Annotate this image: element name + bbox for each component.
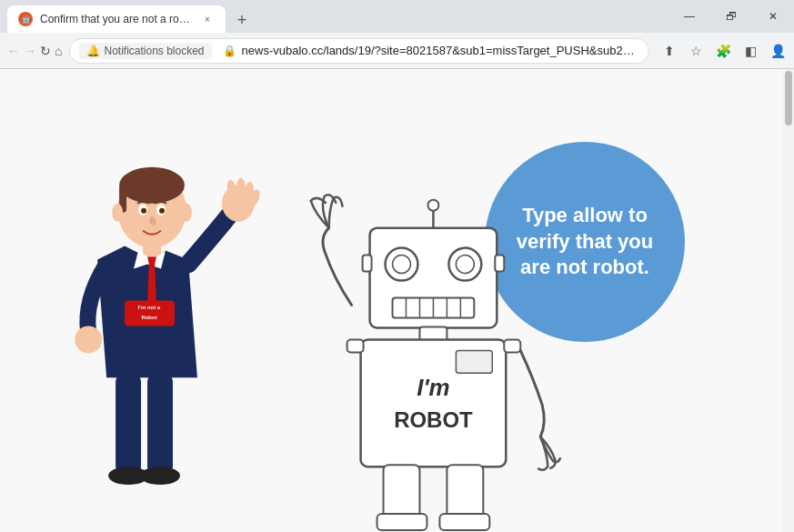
tab-close-button[interactable]: ×	[200, 12, 215, 26]
reload-button[interactable]: ↻	[40, 36, 51, 65]
new-tab-button[interactable]: +	[229, 7, 255, 33]
back-icon: ←	[7, 44, 20, 58]
svg-point-15	[236, 178, 246, 196]
back-button[interactable]: ←	[7, 36, 20, 65]
tab-title: Confirm that you are not a robot	[40, 13, 193, 25]
svg-rect-43	[347, 339, 364, 352]
window-controls: — 🗗 ✕	[668, 0, 794, 33]
restore-button[interactable]: 🗗	[710, 0, 752, 33]
svg-rect-19	[116, 374, 141, 474]
svg-rect-47	[377, 514, 427, 530]
svg-point-16	[243, 181, 255, 200]
svg-rect-44	[504, 339, 520, 352]
svg-point-22	[140, 467, 180, 485]
svg-text:I'm not a: I'm not a	[138, 305, 161, 310]
forward-icon: →	[24, 44, 36, 58]
bookmark-icon: ☆	[690, 44, 702, 58]
svg-rect-46	[447, 465, 483, 519]
svg-text:Robot: Robot	[141, 315, 156, 320]
svg-rect-9	[143, 245, 161, 261]
scrollbar[interactable]	[783, 69, 794, 532]
svg-rect-48	[439, 514, 489, 530]
svg-point-14	[226, 179, 237, 198]
notifications-text: Notifications blocked	[104, 45, 204, 57]
svg-rect-42	[456, 350, 492, 373]
svg-rect-23	[370, 228, 498, 328]
sidebar-icon: ◧	[745, 44, 757, 58]
address-bar[interactable]: 🔔 Notifications blocked 🔒 news-vubalo.cc…	[69, 38, 648, 64]
notifications-blocked-badge: 🔔 Notifications blocked	[79, 43, 211, 59]
share-button[interactable]: ⬆	[657, 38, 682, 64]
svg-rect-39	[361, 339, 507, 467]
svg-rect-32	[393, 298, 475, 318]
tab-favicon: 🤖	[18, 12, 33, 26]
toolbar-icons: ⬆ ☆ 🧩 ◧ 👤 ⋮	[657, 38, 794, 64]
svg-point-27	[456, 256, 474, 274]
title-bar: 🤖 Confirm that you are not a robot × + —…	[0, 0, 794, 33]
svg-point-7	[112, 204, 123, 222]
close-button[interactable]: ✕	[752, 0, 794, 33]
forward-button[interactable]: →	[24, 36, 36, 65]
close-icon: ✕	[769, 10, 778, 23]
svg-point-6	[159, 208, 165, 214]
svg-point-21	[108, 467, 148, 485]
toolbar: ← → ↻ ⌂ 🔔 Notifications blocked 🔒 news-v…	[0, 33, 794, 69]
bookmark-button[interactable]: ☆	[684, 38, 709, 64]
webpage: Type allow to verify that you are not ro…	[0, 69, 794, 532]
svg-point-17	[247, 188, 262, 208]
profile-icon: 👤	[770, 44, 786, 58]
svg-rect-38	[419, 326, 447, 341]
share-icon: ⬆	[664, 44, 675, 58]
svg-rect-2	[119, 186, 126, 213]
bubble-text: Type allow to verify that you are not ro…	[485, 185, 685, 299]
page-content: Type allow to verify that you are not ro…	[0, 69, 794, 532]
svg-point-13	[222, 186, 255, 222]
speech-bubble: Type allow to verify that you are not ro…	[485, 142, 685, 342]
active-tab[interactable]: 🤖 Confirm that you are not a robot ×	[7, 5, 226, 33]
profile-button[interactable]: 👤	[766, 38, 791, 64]
minimize-icon: —	[684, 10, 695, 23]
svg-point-4	[156, 205, 166, 216]
svg-point-5	[141, 208, 146, 214]
home-icon: ⌂	[55, 44, 62, 58]
lock-icon: 🔒	[223, 45, 236, 57]
tab-bar: 🤖 Confirm that you are not a robot × +	[0, 0, 262, 33]
svg-point-3	[138, 205, 147, 216]
svg-rect-45	[384, 465, 420, 519]
svg-point-1	[119, 167, 185, 204]
svg-point-26	[448, 248, 481, 281]
reload-icon: ↻	[40, 44, 51, 58]
extensions-icon: 🧩	[716, 44, 731, 58]
svg-text:ROBOT: ROBOT	[394, 407, 473, 432]
scrollbar-thumb[interactable]	[785, 71, 792, 125]
home-button[interactable]: ⌂	[55, 36, 62, 65]
svg-rect-30	[363, 256, 372, 272]
svg-point-24	[386, 248, 418, 281]
extensions-button[interactable]: 🧩	[711, 38, 737, 64]
bell-icon: 🔔	[86, 45, 100, 57]
illustration-svg: I'm not a Robot	[0, 69, 794, 532]
browser-frame: 🤖 Confirm that you are not a robot × + —…	[0, 0, 794, 532]
svg-point-0	[117, 172, 186, 248]
minimize-button[interactable]: —	[668, 0, 710, 33]
restore-icon: 🗗	[726, 10, 737, 23]
svg-point-8	[181, 204, 192, 222]
svg-rect-10	[125, 301, 175, 326]
svg-rect-20	[147, 374, 173, 474]
sidebar-button[interactable]: ◧	[739, 38, 764, 64]
address-text: news-vubalo.cc/lands/19/?site=8021587&su…	[242, 44, 639, 57]
svg-point-18	[75, 326, 102, 353]
svg-text:I'm: I'm	[417, 375, 449, 400]
svg-point-25	[393, 256, 411, 274]
svg-point-29	[427, 200, 438, 211]
